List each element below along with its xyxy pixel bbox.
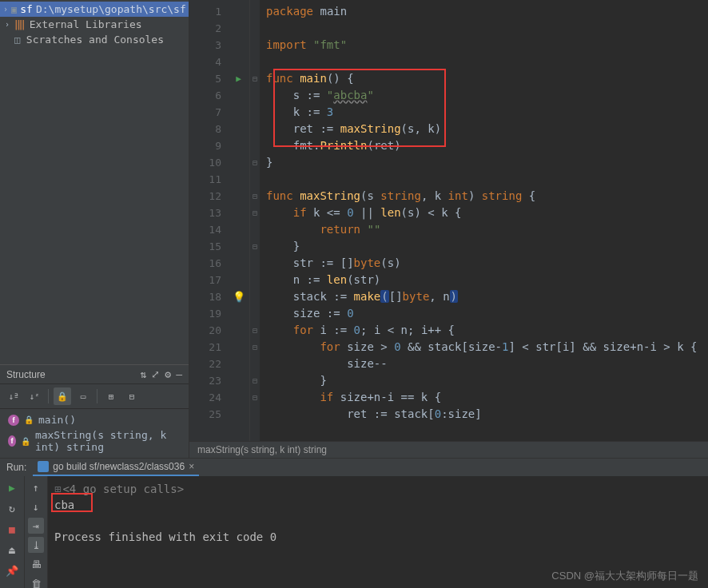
scratches[interactable]: Scratches and Consoles [0, 32, 189, 47]
project-root[interactable]: › ▣ sf D:\mysetup\gopath\src\sf [0, 2, 189, 17]
code-line[interactable]: for size > 0 && stack[size-1] < str[i] &… [266, 339, 708, 356]
structure-title: Structure [6, 369, 136, 380]
code-line[interactable]: func maxString(s string, k int) string { [266, 188, 708, 205]
console-line: Process finished with exit code 0 [54, 529, 702, 545]
run-tab-label: go build sf/newclass2/class036 [53, 461, 185, 472]
collapse-all-icon[interactable]: ⊟ [123, 387, 141, 405]
function-icon: f [8, 415, 19, 426]
code-line[interactable]: } [266, 238, 708, 255]
watermark: CSDN @福大大架构师每日一题 [551, 569, 698, 583]
code-line[interactable]: return "" [266, 221, 708, 238]
fold-icon[interactable]: ⊟ [250, 238, 260, 255]
scratch-icon [14, 34, 23, 46]
chevron-right-icon: › [3, 5, 8, 14]
code-area[interactable]: package mainimport "fmt"func main() { s … [260, 0, 708, 441]
fold-icon[interactable]: ⊟ [250, 154, 260, 171]
up-button[interactable]: ↑ [28, 479, 44, 495]
project-root-name: sf [20, 3, 33, 15]
structure-list[interactable]: f 🔒 main() f 🔒 maxString(s string, k int… [0, 409, 189, 458]
code-line[interactable]: size-- [266, 356, 708, 372]
gutter[interactable]: 1234567891011121314151617181920212223242… [189, 0, 228, 441]
fold-column[interactable]: ⊟⊟⊟⊟⊟⊟⊟⊟⊟ [250, 0, 260, 441]
go-build-icon [38, 461, 49, 472]
external-libraries[interactable]: › External Libraries [0, 17, 189, 32]
breadcrumb[interactable]: maxString(s string, k int) string [189, 441, 708, 458]
fold-icon[interactable]: ⊟ [250, 70, 260, 87]
struct-label: main() [38, 414, 76, 426]
run-gutter-icon[interactable]: ▶ [236, 70, 241, 87]
code-line[interactable]: } [266, 372, 708, 389]
lock-icon: 🔒 [21, 437, 30, 446]
pin-button[interactable]: 📌 [4, 562, 20, 578]
code-line[interactable]: stack := make([]byte, n) [266, 288, 708, 305]
down-button[interactable]: ↓ [28, 499, 44, 514]
sort-visibility-icon[interactable]: ↓ᶻ [26, 387, 43, 405]
chevron-right-icon: › [3, 20, 11, 29]
console-line: ⊞<4 go setup calls> [54, 481, 702, 497]
run-tab[interactable]: go build sf/newclass2/class036 × [33, 459, 199, 476]
code-line[interactable]: package main [266, 3, 708, 20]
code-line[interactable]: s := "abcba" [266, 87, 708, 104]
fold-icon[interactable]: ⊟ [250, 339, 260, 356]
code-line[interactable] [266, 54, 708, 70]
gutter-icons: ▶💡 [228, 0, 250, 441]
editor-body[interactable]: 1234567891011121314151617181920212223242… [189, 0, 708, 441]
struct-item-main[interactable]: f 🔒 main() [0, 412, 189, 427]
rerun-button[interactable]: ↻ [4, 500, 20, 516]
soft-wrap-button[interactable]: ⇥ [28, 518, 44, 534]
clear-button[interactable]: 🗑 [28, 575, 44, 588]
code-line[interactable]: } [266, 154, 708, 171]
code-line[interactable]: if size+n-i == k { [266, 389, 708, 406]
run-toolbar-right: ↑ ↓ ⇥ ⤓ 🖶 🗑 [24, 476, 48, 588]
struct-label: maxString(s string, k int) string [35, 429, 181, 453]
project-root-path: D:\mysetup\gopath\src\sf [36, 3, 186, 15]
console-line: cba [54, 497, 702, 513]
function-icon: f [8, 435, 16, 447]
intention-bulb-icon[interactable]: 💡 [233, 288, 245, 305]
sort-icon[interactable]: ⇅ [141, 368, 147, 380]
expand-icon[interactable]: ⤢ [151, 368, 160, 380]
scroll-end-button[interactable]: ⤓ [28, 537, 44, 553]
fold-icon[interactable]: ⊟ [250, 322, 260, 339]
folder-icon: ▣ [11, 4, 17, 15]
run-tabbar: Run: go build sf/newclass2/class036 × [0, 459, 708, 476]
code-line[interactable]: k := 3 [266, 104, 708, 121]
lock-filter-icon[interactable]: 🔒 [54, 387, 71, 405]
structure-header: Structure ⇅ ⤢ ⚙ — [0, 365, 189, 383]
left-panel: › ▣ sf D:\mysetup\gopath\src\sf › Extern… [0, 0, 189, 458]
project-tree[interactable]: › ▣ sf D:\mysetup\gopath\src\sf › Extern… [0, 0, 189, 49]
sort-alpha-icon[interactable]: ↓ª [5, 387, 22, 405]
struct-item-maxstring[interactable]: f 🔒 maxString(s string, k int) string [0, 427, 189, 455]
run-button[interactable]: ▶ [4, 479, 20, 495]
code-line[interactable]: import "fmt" [266, 37, 708, 54]
run-toolbar-left: ▶ ↻ ■ ⏏ 📌 [0, 476, 24, 588]
code-line[interactable]: ret := stack[0:size] [266, 406, 708, 423]
code-line[interactable] [266, 20, 708, 37]
console-line [54, 513, 702, 529]
fold-icon[interactable]: ⊟ [250, 188, 260, 205]
code-line[interactable]: func main() { [266, 70, 708, 87]
code-line[interactable] [266, 171, 708, 188]
code-line[interactable]: size := 0 [266, 305, 708, 322]
exit-button[interactable]: ⏏ [4, 542, 20, 558]
print-button[interactable]: 🖶 [28, 556, 44, 572]
code-line[interactable]: fmt.Println(ret) [266, 137, 708, 154]
close-icon[interactable]: × [189, 461, 194, 472]
expand-all-icon[interactable]: ⊞ [102, 387, 120, 405]
code-line[interactable]: n := len(str) [266, 272, 708, 288]
fold-icon[interactable]: ⊟ [250, 372, 260, 389]
run-label: Run: [6, 462, 26, 473]
gear-icon[interactable]: ⚙ [165, 368, 171, 380]
code-line[interactable]: if k <= 0 || len(s) < k { [266, 205, 708, 221]
code-line[interactable]: ret := maxString(s, k) [266, 121, 708, 137]
structure-toolbar: ↓ª ↓ᶻ 🔒 ▭ ⊞ ⊟ [0, 383, 189, 409]
lock-icon: 🔒 [24, 415, 34, 424]
code-line[interactable]: for i := 0; i < n; i++ { [266, 322, 708, 339]
fold-icon[interactable]: ⊟ [250, 205, 260, 221]
structure-panel: Structure ⇅ ⤢ ⚙ — ↓ª ↓ᶻ 🔒 ▭ ⊞ ⊟ f 🔒 [0, 364, 189, 458]
code-line[interactable]: str := []byte(s) [266, 255, 708, 272]
minimize-icon[interactable]: — [176, 368, 182, 380]
fold-icon[interactable]: ⊟ [250, 389, 260, 406]
stop-button[interactable]: ■ [4, 521, 20, 537]
folder-filter-icon[interactable]: ▭ [74, 387, 92, 405]
